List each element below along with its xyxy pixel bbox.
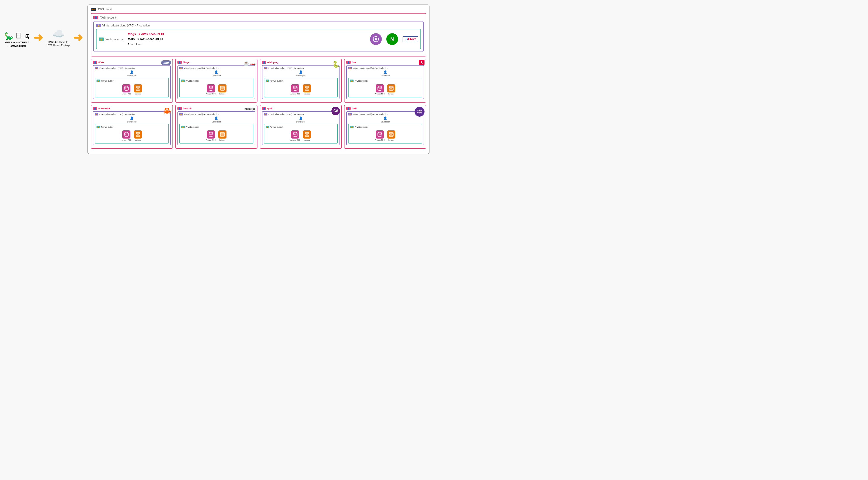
svg-point-58: [293, 132, 297, 134]
vpc-production: 🔒 Virtual private cloud (VPC) - Producti…: [93, 21, 424, 52]
tax-vpc-icon: 🔒: [348, 67, 352, 69]
dogs-subnet-header: 🔒 Private subnet: [181, 79, 252, 82]
sell-subnet-icon: 🔒: [350, 126, 353, 128]
poll-rds-icon: [291, 130, 299, 138]
checkout-vpc-icon: 🔒: [95, 113, 98, 116]
dogs-developer-label: Developer: [179, 74, 253, 77]
cats-subnet-icon: 🔒: [96, 79, 100, 82]
service-card-poll: 👤 /poll C# 🔒 Virtual private cloud (VPC)…: [260, 105, 342, 149]
aws-account: 👤 AWS account 🔒 Virtual private cloud (V…: [91, 13, 426, 57]
client-box: 🦕 🖥 🖨 GET /dogs HTTP/1.0 Host:v2.digital: [4, 32, 30, 48]
checkout-instance-label: Instance: [135, 139, 141, 141]
cats-vpc-header: 🔒 Virtual private cloud (VPC) - Producti…: [95, 67, 169, 69]
dogs-rds-icon: [207, 84, 215, 92]
search-private-subnet: 🔒 Private subnet Amazon RDS: [179, 124, 253, 143]
cloud-cdn-icon: ☁️: [52, 28, 64, 39]
checkout-rds-icon: [122, 130, 130, 138]
search-instance-icon: [218, 130, 226, 138]
tax-subnet-icon: 🔒: [350, 79, 353, 82]
dogs-subnet-title: Private subnet: [186, 80, 199, 82]
search-rds-icon: [207, 130, 215, 138]
dotnet-core: Core: [417, 112, 422, 114]
python-icon: 🐍: [332, 61, 340, 68]
shipping-developer-label: Developer: [264, 74, 338, 77]
shipping-vpc-title: Virtual private cloud (VPC) - Production: [268, 67, 304, 69]
client-icons: 🦕 🖥 🖨: [4, 32, 30, 40]
shipping-rds-icon: [291, 84, 299, 92]
dogs-private-subnet: 🔒 Private subnet Amazon RDS: [179, 78, 253, 97]
svg-point-26: [293, 86, 297, 88]
rust-badge: 🦀: [163, 107, 171, 115]
poll-header: 👤 /poll: [262, 107, 340, 110]
shipping-vpc-icon: 🔒: [264, 67, 268, 69]
sell-resources: Amazon RDS Instance: [350, 129, 421, 142]
shipping-subnet-header: 🔒 Private subnet: [266, 79, 336, 82]
search-rds-item: Amazon RDS: [206, 130, 215, 141]
poll-rds-item: Amazon RDS: [290, 130, 300, 141]
checkout-subnet-icon: 🔒: [96, 126, 100, 128]
services-row-2: 👤 /checkout 🦀 🔒 Virtual private cloud (V…: [91, 105, 426, 149]
dogs-vpc: 🔒 Virtual private cloud (VPC) - Producti…: [178, 65, 255, 99]
tax-header: 👤 /tax: [346, 61, 424, 64]
poll-vpc-header: 🔒 Virtual private cloud (VPC) - Producti…: [264, 113, 338, 116]
service-mesh-icon: [370, 33, 382, 45]
aws-account-icon: 👤: [93, 16, 98, 19]
client-label-get: GET /dogs HTTP/1.0: [5, 41, 29, 44]
shipping-instance-label: Instance: [304, 93, 310, 95]
shipping-subnet-title: Private subnet: [270, 80, 283, 82]
poll-subnet-title: Private subnet: [270, 126, 283, 128]
shipping-header: 👤 /shipping: [262, 61, 340, 64]
aws-cloud-header: aws AWS Cloud: [91, 8, 426, 11]
vpc-header: 🔒 Virtual private cloud (VPC) - Producti…: [96, 24, 421, 27]
dotnet-badge: .NET Core: [414, 107, 425, 117]
cats-subnet-header: 🔒 Private subnet: [96, 79, 167, 82]
search-subnet-title: Private subnet: [186, 126, 199, 128]
sell-developer-label: Developer: [348, 121, 422, 123]
service-card-shipping: 👤 /shipping 🐍 🔒 Virtual private cloud (V…: [260, 59, 342, 103]
cats-resources: Amazon RDS Instance: [96, 84, 167, 96]
svg-rect-29: [306, 87, 308, 90]
sell-header: 👤 /sell: [346, 107, 424, 110]
svg-point-5: [378, 39, 379, 40]
search-resources: Amazon RDS Instance: [181, 129, 252, 142]
dino-icon: 🦕: [4, 33, 13, 40]
cats-rds-item: Amazon RDS: [122, 84, 131, 95]
service-card-search: 👤 /search node ●js 🔒 Virtual private clo…: [175, 105, 257, 149]
shipping-resources: Amazon RDS Instance: [266, 84, 336, 96]
cats-vpc-icon: 🔒: [95, 67, 98, 69]
aws-cloud-title: AWS Cloud: [98, 8, 112, 11]
tax-subnet-title: Private subnet: [354, 80, 368, 82]
cats-rds-icon: [122, 84, 130, 92]
checkout-subnet-title: Private subnet: [101, 126, 114, 128]
svg-rect-61: [306, 133, 308, 136]
dogs-instance-icon: [218, 84, 226, 92]
cats-rds-label: Amazon RDS: [122, 93, 131, 95]
sell-subnet-header: 🔒 Private subnet: [350, 126, 421, 128]
nginx-icon: N: [386, 33, 398, 45]
svg-rect-13: [137, 87, 139, 90]
dogs-rds-label: Amazon RDS: [206, 93, 215, 95]
cats-private-subnet: 🔒 Private subnet Amazon RDS: [95, 78, 169, 97]
shipping-user-icon: 👤: [264, 70, 338, 74]
aws-cloud: aws AWS Cloud 👤 AWS account 🔒 Virtual pr…: [88, 4, 430, 154]
service-card-cats: 👤 /Cats php 🔒 Virtual private cloud (VPC…: [91, 59, 173, 103]
shipping-private-subnet: 🔒 Private subnet Amazon RDS: [264, 78, 338, 97]
cdn-label-line2: HTTP Header Routing): [46, 44, 70, 46]
svg-rect-53: [221, 133, 223, 136]
cats-user-icon: 👤: [95, 70, 169, 74]
monitor-icon: 🖥: [14, 32, 23, 40]
poll-private-subnet: 🔒 Private subnet Amazon RDS: [264, 124, 338, 143]
vpc-icon: 🔒: [96, 24, 101, 27]
shipping-subnet-icon: 🔒: [266, 79, 269, 82]
sell-vpc-title: Virtual private cloud (VPC) - Production: [352, 113, 388, 116]
shipping-vpc: 🔒 Virtual private cloud (VPC) - Producti…: [262, 65, 340, 99]
poll-user-icon: 👤: [264, 117, 338, 120]
routing-text: /dogs --> AWS Account ID /cats --> AWS A…: [128, 32, 365, 46]
arrow-1: ➜: [33, 31, 43, 44]
dogs-user-icon: 👤: [179, 70, 253, 74]
svg-point-10: [124, 86, 128, 88]
tax-private-subnet: 🔒 Private subnet Amazon RDS: [348, 78, 422, 97]
poll-resources: Amazon RDS Instance: [266, 129, 336, 142]
client-label-host: Host:v2.digital: [8, 44, 26, 47]
checkout-vpc: 🔒 Virtual private cloud (VPC) - Producti…: [93, 111, 170, 145]
